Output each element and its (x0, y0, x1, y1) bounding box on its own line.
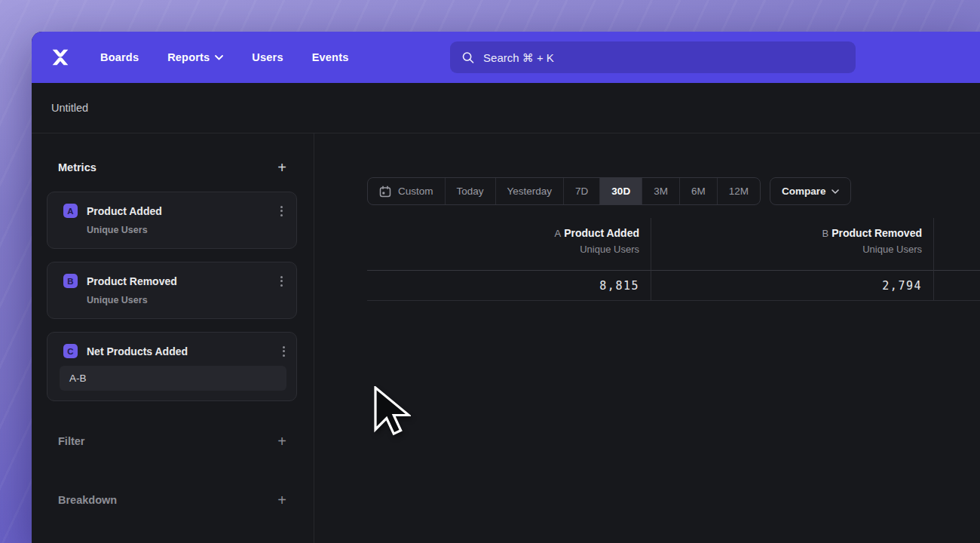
date-range-label: 6M (691, 186, 706, 197)
calendar-icon (379, 186, 391, 198)
add-metric-button[interactable]: + (277, 161, 286, 174)
search-bar[interactable] (450, 41, 856, 73)
column-subtitle: Unique Users (651, 244, 922, 255)
table-header-row: AProduct Added Unique Users BProduct Rem… (367, 218, 980, 271)
metric-title[interactable]: Net Products Added (87, 345, 188, 357)
date-range-7d[interactable]: 7D (563, 178, 599, 204)
mixpanel-logo-icon[interactable] (49, 46, 72, 69)
report-main-panel: Custom Today Yesterday 7D 30D 3M 6M 12M … (314, 133, 980, 543)
value-cell-product-added[interactable]: 8,815 (367, 271, 651, 301)
metric-measurement[interactable]: Unique Users (87, 295, 284, 305)
date-range-6m[interactable]: 6M (679, 178, 717, 204)
date-range-30d-selected[interactable]: 30D (599, 178, 642, 204)
table-row-spacer (934, 271, 980, 301)
metric-title[interactable]: Product Added (87, 205, 162, 217)
add-breakdown-button[interactable]: + (277, 493, 286, 507)
date-range-segmented-control: Custom Today Yesterday 7D 30D 3M 6M 12M (367, 177, 761, 205)
kebab-menu-icon[interactable] (279, 204, 284, 218)
metrics-section-label: Metrics (58, 161, 96, 173)
metrics-results-table: AProduct Added Unique Users BProduct Rem… (367, 218, 980, 301)
filter-section-label: Filter (58, 435, 84, 447)
nav-menu: Boards Reports Users Events (100, 51, 348, 63)
metric-badge-c: C (63, 344, 78, 358)
metric-value: 2,794 (882, 279, 922, 293)
metrics-section-header: Metrics + (47, 161, 297, 174)
filter-section-header: Filter + (47, 434, 297, 448)
nav-item-reports[interactable]: Reports (167, 51, 223, 63)
date-range-3m[interactable]: 3M (642, 178, 679, 204)
metric-badge-a: A (63, 204, 78, 218)
date-range-label: 3M (654, 186, 668, 197)
table-header-spacer (934, 218, 980, 271)
search-icon (462, 51, 474, 64)
column-title: Product Removed (831, 227, 922, 239)
breakdown-section-header: Breakdown + (47, 493, 297, 507)
chevron-down-icon (215, 55, 223, 60)
nav-item-users[interactable]: Users (252, 51, 283, 63)
metric-measurement[interactable]: Unique Users (87, 225, 284, 235)
add-filter-button[interactable]: + (277, 434, 286, 448)
nav-item-label: Users (252, 51, 283, 63)
compare-button-label: Compare (782, 186, 826, 197)
value-cell-product-removed[interactable]: 2,794 (651, 271, 934, 301)
date-toolbar: Custom Today Yesterday 7D 30D 3M 6M 12M … (367, 177, 980, 205)
app-window: Boards Reports Users Events Un (32, 32, 980, 543)
metric-card-b[interactable]: B Product Removed Unique Users (47, 262, 297, 319)
date-range-label: 30D (611, 186, 630, 197)
nav-item-label: Boards (100, 51, 139, 63)
top-nav: Boards Reports Users Events (32, 32, 980, 83)
nav-item-events[interactable]: Events (312, 51, 349, 63)
date-range-12m[interactable]: 12M (717, 178, 760, 204)
nav-item-label: Events (312, 51, 349, 63)
metric-badge-b: B (63, 274, 78, 288)
query-builder-sidebar: Metrics + A Product Added Unique Users B… (32, 133, 314, 543)
breakdown-section-label: Breakdown (58, 494, 117, 506)
kebab-menu-icon[interactable] (281, 345, 286, 358)
date-range-label: Today (457, 186, 484, 197)
column-title: Product Added (564, 227, 639, 239)
date-range-label: 7D (575, 186, 588, 197)
column-subtitle: Unique Users (367, 244, 639, 255)
metric-letter: B (822, 228, 829, 239)
table-header-product-added[interactable]: AProduct Added Unique Users (367, 218, 651, 271)
date-range-label: Yesterday (507, 186, 553, 197)
date-range-label: Custom (398, 186, 433, 197)
metric-card-c[interactable]: C Net Products Added A-B (47, 332, 297, 401)
table-value-row: 8,815 2,794 (367, 271, 980, 301)
kebab-menu-icon[interactable] (279, 275, 284, 288)
nav-item-boards[interactable]: Boards (100, 51, 139, 63)
date-range-label: 12M (729, 186, 749, 197)
formula-input[interactable]: A-B (60, 366, 286, 391)
date-range-custom[interactable]: Custom (368, 178, 445, 204)
date-range-yesterday[interactable]: Yesterday (495, 178, 564, 204)
chevron-down-icon (831, 189, 839, 194)
search-input[interactable] (483, 51, 844, 64)
table-header-product-removed[interactable]: BProduct Removed Unique Users (651, 218, 934, 271)
metric-title[interactable]: Product Removed (87, 275, 177, 287)
date-range-today[interactable]: Today (445, 178, 495, 204)
nav-item-label: Reports (167, 51, 210, 63)
document-header: Untitled (32, 83, 980, 133)
page-title[interactable]: Untitled (51, 102, 88, 114)
metric-value: 8,815 (599, 279, 639, 293)
metric-card-a[interactable]: A Product Added Unique Users (47, 192, 297, 249)
metric-letter: A (555, 228, 562, 239)
compare-button[interactable]: Compare (770, 177, 852, 205)
